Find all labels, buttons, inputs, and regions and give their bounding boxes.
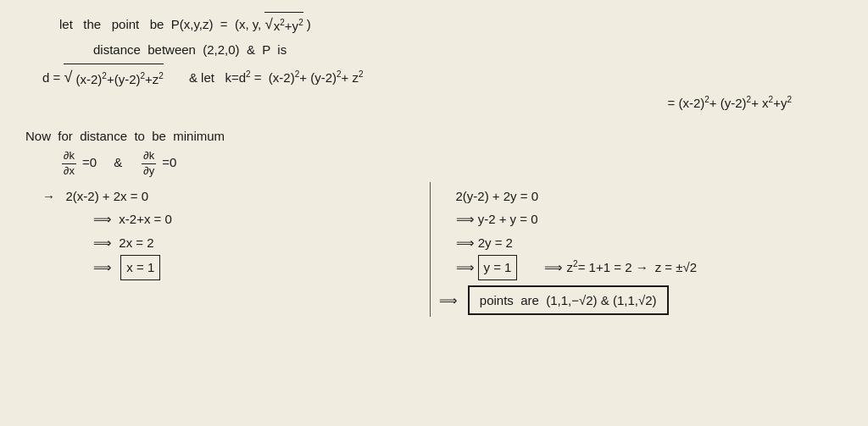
left-text-4: ⟹ bbox=[93, 257, 119, 279]
line-3: d = √ (x-2)2+(y-2)2+z2 & let k=d2 = (x-2… bbox=[25, 64, 843, 91]
text-amp: & bbox=[114, 152, 122, 174]
z-result: z = ±√2 bbox=[655, 257, 697, 279]
partial-dk-dy: ∂k ∂y =0 bbox=[139, 149, 176, 179]
right-line-1: 2(y-2) + 2y = 0 bbox=[456, 185, 843, 207]
final-answer-box: points are (1,1,−√2) & (1,1,√2) bbox=[468, 285, 669, 316]
right-text-1: 2(y-2) + 2y = 0 bbox=[456, 185, 539, 207]
math-content: let the point be P(x,y,z) = (x, y, √ x2+… bbox=[25, 8, 843, 317]
x-result-box: x = 1 bbox=[120, 255, 160, 280]
text-d-eq: d = bbox=[42, 67, 64, 89]
sqrt-expr: √ x2+y2 bbox=[264, 12, 303, 37]
sqrt-d: √ (x-2)2+(y-2)2+z2 bbox=[64, 64, 163, 91]
z-calc: ⟹ z2= 1+1 = 2 → bbox=[544, 257, 648, 279]
right-text-3: ⟹ 2y = 2 bbox=[456, 232, 513, 254]
right-col: 2(y-2) + 2y = 0 ⟹ y-2 + y = 0 ⟹ 2y = 2 ⟹… bbox=[431, 182, 843, 318]
right-line-2: ⟹ y-2 + y = 0 bbox=[456, 208, 843, 230]
left-line-1: → 2(x-2) + 2x = 0 bbox=[42, 185, 413, 207]
text-point: P(x,y,z) = (x, y, bbox=[171, 14, 265, 36]
final-answer-line: ⟹ points are (1,1,−√2) & (1,1,√2) bbox=[439, 285, 843, 316]
left-col: → 2(x-2) + 2x = 0 ⟹ x-2+x = 0 ⟹ 2x = 2 ⟹… bbox=[25, 182, 431, 318]
final-arrow: ⟹ bbox=[439, 290, 465, 312]
text-let-k: & let k=d2 = (x-2)2+ (y-2)2+ z2 bbox=[189, 67, 364, 89]
two-column: → 2(x-2) + 2x = 0 ⟹ x-2+x = 0 ⟹ 2x = 2 ⟹… bbox=[25, 182, 843, 318]
text-expansion: = (x-2)2+ (y-2)2+ x2+y2 bbox=[668, 92, 792, 114]
text-close-paren: ) bbox=[303, 14, 311, 36]
line-2: distance between (2,2,0) & P is bbox=[93, 39, 843, 61]
left-line-2: ⟹ x-2+x = 0 bbox=[93, 208, 413, 230]
text-let: let the point be bbox=[59, 14, 171, 36]
right-line-4: ⟹ y = 1 ⟹ z2= 1+1 = 2 → z = ±√2 bbox=[456, 255, 843, 280]
text-distance: distance between (2,2,0) & P is bbox=[93, 39, 287, 61]
text-now: Now for distance to be minimum bbox=[25, 125, 225, 147]
left-text-1: → 2(x-2) + 2x = 0 bbox=[42, 185, 148, 207]
page: let the point be P(x,y,z) = (x, y, √ x2+… bbox=[0, 0, 868, 426]
right-text-4: ⟹ bbox=[456, 257, 475, 279]
left-line-4: ⟹ x = 1 bbox=[93, 255, 413, 280]
line-now: Now for distance to be minimum bbox=[25, 125, 843, 147]
line-4: = (x-2)2+ (y-2)2+ x2+y2 bbox=[25, 92, 843, 114]
line-1: let the point be P(x,y,z) = (x, y, √ x2+… bbox=[59, 8, 843, 37]
line-partials: ∂k ∂x =0 & ∂k ∂y =0 bbox=[59, 149, 843, 179]
right-line-3: ⟹ 2y = 2 bbox=[456, 232, 843, 254]
right-text-2: ⟹ y-2 + y = 0 bbox=[456, 208, 538, 230]
left-text-3: ⟹ 2x = 2 bbox=[93, 232, 154, 254]
partial-dk-dx: ∂k ∂x =0 bbox=[59, 149, 97, 179]
left-line-3: ⟹ 2x = 2 bbox=[93, 232, 413, 254]
y-result-box: y = 1 bbox=[478, 255, 518, 280]
left-text-2: ⟹ x-2+x = 0 bbox=[93, 208, 172, 230]
